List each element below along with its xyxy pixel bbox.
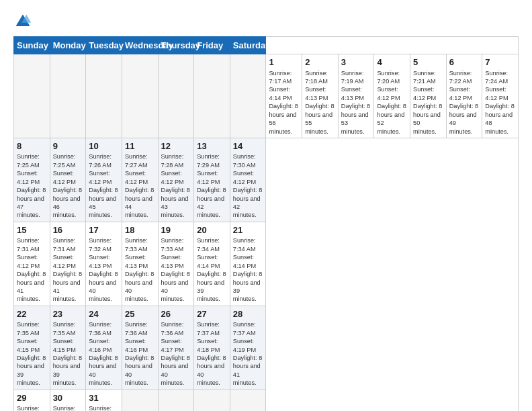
sunrise-text: Sunrise: 7:33 AM xyxy=(125,236,155,253)
calendar-cell: 7Sunrise: 7:24 AMSunset: 4:12 PMDaylight… xyxy=(482,54,519,138)
calendar-cell: 31Sunrise: 7:37 AMSunset: 4:21 PMDayligh… xyxy=(86,390,122,411)
sunrise-text: Sunrise: 7:19 AM xyxy=(341,69,371,86)
day-number: 19 xyxy=(161,224,191,236)
logo xyxy=(13,12,35,31)
sunset-text: Sunset: 4:13 PM xyxy=(305,85,335,102)
calendar-cell: 29Sunrise: 7:37 AMSunset: 4:19 PMDayligh… xyxy=(14,390,50,411)
sunrise-text: Sunrise: 7:25 AM xyxy=(53,152,83,169)
calendar-cell xyxy=(122,390,158,411)
sunset-text: Sunset: 4:14 PM xyxy=(269,85,299,102)
sunset-text: Sunset: 4:14 PM xyxy=(233,253,263,270)
daylight-text: Daylight: 8 hours and 42 minutes. xyxy=(197,186,227,220)
calendar-cell: 8Sunrise: 7:25 AMSunset: 4:12 PMDaylight… xyxy=(14,138,50,222)
day-number: 24 xyxy=(89,308,119,320)
day-number: 8 xyxy=(17,140,47,152)
sunrise-text: Sunrise: 7:31 AM xyxy=(17,236,47,253)
sunrise-text: Sunrise: 7:22 AM xyxy=(449,69,480,86)
sunrise-text: Sunrise: 7:37 AM xyxy=(197,320,227,337)
calendar-cell: 27Sunrise: 7:37 AMSunset: 4:18 PMDayligh… xyxy=(194,306,230,390)
calendar-header-row: SundayMondayTuesdayWednesdayThursdayFrid… xyxy=(14,37,519,54)
daylight-text: Daylight: 8 hours and 53 minutes. xyxy=(341,102,371,136)
calendar-week-1: 1Sunrise: 7:17 AMSunset: 4:14 PMDaylight… xyxy=(14,54,519,138)
daylight-text: Daylight: 8 hours and 39 minutes. xyxy=(233,270,263,304)
calendar-cell: 11Sunrise: 7:27 AMSunset: 4:12 PMDayligh… xyxy=(122,138,158,222)
day-number: 1 xyxy=(269,56,299,68)
day-number: 3 xyxy=(341,56,371,68)
calendar-cell: 22Sunrise: 7:35 AMSunset: 4:15 PMDayligh… xyxy=(14,306,50,390)
daylight-text: Daylight: 8 hours and 56 minutes. xyxy=(269,102,299,136)
day-number: 13 xyxy=(197,140,227,152)
sunset-text: Sunset: 4:16 PM xyxy=(125,337,155,354)
day-number: 12 xyxy=(161,140,191,152)
calendar-week-2: 8Sunrise: 7:25 AMSunset: 4:12 PMDaylight… xyxy=(14,138,519,222)
calendar-cell: 6Sunrise: 7:22 AMSunset: 4:12 PMDaylight… xyxy=(446,54,482,138)
day-number: 29 xyxy=(17,392,47,404)
day-number: 27 xyxy=(197,308,227,320)
day-number: 25 xyxy=(125,308,155,320)
col-header-sunday: Sunday xyxy=(14,37,50,54)
sunrise-text: Sunrise: 7:27 AM xyxy=(125,152,155,169)
daylight-text: Daylight: 8 hours and 50 minutes. xyxy=(413,102,443,136)
calendar-cell: 14Sunrise: 7:30 AMSunset: 4:12 PMDayligh… xyxy=(230,138,266,222)
logo-icon xyxy=(13,12,32,31)
sunset-text: Sunset: 4:12 PM xyxy=(125,169,155,186)
sunrise-text: Sunrise: 7:36 AM xyxy=(125,320,155,337)
col-header-tuesday: Tuesday xyxy=(86,37,122,54)
calendar-cell: 24Sunrise: 7:36 AMSunset: 4:16 PMDayligh… xyxy=(86,306,122,390)
calendar-cell xyxy=(230,54,266,138)
daylight-text: Daylight: 8 hours and 49 minutes. xyxy=(449,102,480,136)
sunset-text: Sunset: 4:13 PM xyxy=(125,253,155,270)
sunset-text: Sunset: 4:13 PM xyxy=(89,253,119,270)
daylight-text: Daylight: 8 hours and 40 minutes. xyxy=(161,354,191,387)
sunrise-text: Sunrise: 7:36 AM xyxy=(161,320,191,337)
sunrise-text: Sunrise: 7:37 AM xyxy=(17,404,47,411)
day-number: 17 xyxy=(89,224,119,236)
day-number: 22 xyxy=(17,308,47,320)
daylight-text: Daylight: 8 hours and 46 minutes. xyxy=(53,186,83,220)
day-number: 23 xyxy=(53,308,83,320)
calendar-cell: 9Sunrise: 7:25 AMSunset: 4:12 PMDaylight… xyxy=(50,138,86,222)
sunset-text: Sunset: 4:12 PM xyxy=(197,169,227,186)
calendar-cell: 16Sunrise: 7:31 AMSunset: 4:12 PMDayligh… xyxy=(50,222,86,306)
daylight-text: Daylight: 8 hours and 40 minutes. xyxy=(161,270,191,304)
day-number: 2 xyxy=(305,56,335,68)
day-number: 6 xyxy=(449,56,480,68)
sunset-text: Sunset: 4:12 PM xyxy=(53,169,83,186)
day-number: 26 xyxy=(161,308,191,320)
col-header-friday: Friday xyxy=(194,37,230,54)
day-number: 16 xyxy=(53,224,83,236)
sunrise-text: Sunrise: 7:18 AM xyxy=(305,69,335,86)
daylight-text: Daylight: 8 hours and 40 minutes. xyxy=(89,354,119,387)
calendar-week-5: 29Sunrise: 7:37 AMSunset: 4:19 PMDayligh… xyxy=(14,390,519,411)
calendar-cell: 4Sunrise: 7:20 AMSunset: 4:12 PMDaylight… xyxy=(374,54,410,138)
sunrise-text: Sunrise: 7:28 AM xyxy=(161,152,191,169)
sunset-text: Sunset: 4:12 PM xyxy=(377,85,407,102)
sunrise-text: Sunrise: 7:26 AM xyxy=(89,152,119,169)
daylight-text: Daylight: 8 hours and 40 minutes. xyxy=(125,270,155,304)
calendar-week-3: 15Sunrise: 7:31 AMSunset: 4:12 PMDayligh… xyxy=(14,222,519,306)
daylight-text: Daylight: 8 hours and 39 minutes. xyxy=(53,354,83,387)
page: SundayMondayTuesdayWednesdayThursdayFrid… xyxy=(0,0,532,411)
daylight-text: Daylight: 8 hours and 55 minutes. xyxy=(305,102,335,136)
sunset-text: Sunset: 4:15 PM xyxy=(17,337,47,354)
sunset-text: Sunset: 4:19 PM xyxy=(233,337,263,354)
col-header-thursday: Thursday xyxy=(158,37,194,54)
day-number: 18 xyxy=(125,224,155,236)
sunset-text: Sunset: 4:15 PM xyxy=(53,337,83,354)
day-number: 30 xyxy=(53,392,83,404)
sunset-text: Sunset: 4:12 PM xyxy=(89,169,119,186)
daylight-text: Daylight: 8 hours and 45 minutes. xyxy=(89,186,119,220)
daylight-text: Daylight: 8 hours and 44 minutes. xyxy=(125,186,155,220)
daylight-text: Daylight: 8 hours and 41 minutes. xyxy=(17,270,47,304)
calendar-cell: 25Sunrise: 7:36 AMSunset: 4:16 PMDayligh… xyxy=(122,306,158,390)
day-number: 10 xyxy=(89,140,119,152)
sunrise-text: Sunrise: 7:34 AM xyxy=(233,236,263,253)
day-number: 20 xyxy=(197,224,227,236)
sunset-text: Sunset: 4:12 PM xyxy=(485,85,515,102)
daylight-text: Daylight: 8 hours and 40 minutes. xyxy=(89,270,119,304)
daylight-text: Daylight: 8 hours and 41 minutes. xyxy=(233,354,263,387)
calendar-week-4: 22Sunrise: 7:35 AMSunset: 4:15 PMDayligh… xyxy=(14,306,519,390)
day-number: 15 xyxy=(17,224,47,236)
day-number: 9 xyxy=(53,140,83,152)
col-header-saturday: Saturday xyxy=(230,37,266,54)
